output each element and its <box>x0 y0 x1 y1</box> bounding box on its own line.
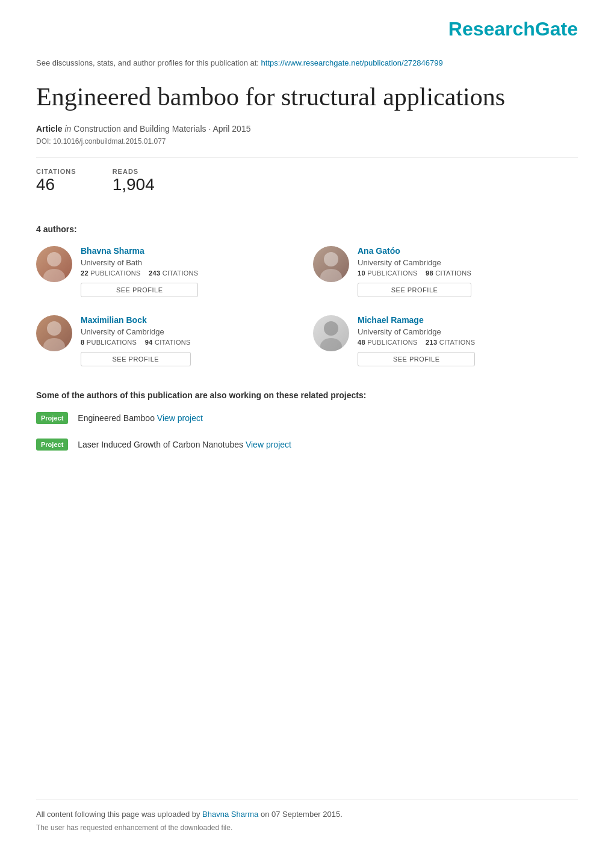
doi: DOI: 10.1016/j.conbuildmat.2015.01.077 <box>36 137 578 146</box>
see-profile-button-4[interactable]: SEE PROFILE <box>358 352 475 366</box>
divider-1 <box>36 158 578 158</box>
project-text-1: Engineered Bamboo View project <box>78 413 203 423</box>
author-stats-3: 8 PUBLICATIONS 94 CITATIONS <box>81 339 191 346</box>
footer-uploader-link[interactable]: Bhavna Sharma <box>202 810 258 819</box>
see-profile-button-1[interactable]: SEE PROFILE <box>81 283 198 297</box>
svg-point-0 <box>47 252 61 266</box>
author-info-1: Bhavna Sharma University of Bath 22 PUBL… <box>81 246 198 297</box>
author-stats-1: 22 PUBLICATIONS 243 CITATIONS <box>81 269 198 277</box>
author-info-2: Ana Gatóo University of Cambridge 10 PUB… <box>358 246 471 297</box>
see-profile-button-3[interactable]: SEE PROFILE <box>81 352 191 366</box>
svg-point-2 <box>324 252 338 266</box>
author-name-3[interactable]: Maximilian Bock <box>81 315 191 325</box>
page-title: Engineered bamboo for structural applica… <box>36 82 578 112</box>
author-info-4: Michael Ramage University of Cambridge 4… <box>358 315 475 366</box>
footer: All content following this page was uplo… <box>36 799 578 832</box>
avatar-3 <box>36 315 72 351</box>
avatar-2 <box>313 246 349 282</box>
footer-upload-text: All content following this page was uplo… <box>36 810 578 819</box>
discussions-line: See discussions, stats, and author profi… <box>36 58 578 67</box>
author-institution-2: University of Cambridge <box>358 258 471 267</box>
authors-heading: 4 authors: <box>36 224 578 234</box>
svg-point-4 <box>47 321 61 336</box>
project-badge-2: Project <box>36 439 68 451</box>
svg-point-6 <box>324 321 338 336</box>
authors-grid: Bhavna Sharma University of Bath 22 PUBL… <box>36 246 578 366</box>
author-name-4[interactable]: Michael Ramage <box>358 315 475 325</box>
logo: ResearchGate <box>448 18 578 40</box>
publication-link[interactable]: https://www.researchgate.net/publication… <box>261 58 443 67</box>
svg-point-5 <box>43 338 65 351</box>
reads-block: READS 1,904 <box>113 168 155 194</box>
avatar-4 <box>313 315 349 351</box>
article-meta: Article in Construction and Building Mat… <box>36 124 578 134</box>
project-item-2: Project Laser Induced Growth of Carbon N… <box>36 439 578 451</box>
svg-point-3 <box>320 269 342 282</box>
project-badge-1: Project <box>36 412 68 424</box>
project-item-1: Project Engineered Bamboo View project <box>36 412 578 424</box>
svg-point-7 <box>320 338 342 351</box>
author-info-3: Maximilian Bock University of Cambridge … <box>81 315 191 366</box>
svg-point-1 <box>43 269 65 282</box>
author-card-4: Michael Ramage University of Cambridge 4… <box>313 315 578 366</box>
citations-block: CITATIONS 46 <box>36 168 76 194</box>
author-institution-1: University of Bath <box>81 258 198 267</box>
related-projects-heading: Some of the authors of this publication … <box>36 390 578 400</box>
author-stats-4: 48 PUBLICATIONS 213 CITATIONS <box>358 339 475 346</box>
see-profile-button-2[interactable]: SEE PROFILE <box>358 283 471 297</box>
author-institution-4: University of Cambridge <box>358 327 475 336</box>
author-card-1: Bhavna Sharma University of Bath 22 PUBL… <box>36 246 301 297</box>
author-card-2: Ana Gatóo University of Cambridge 10 PUB… <box>313 246 578 297</box>
stats-row: CITATIONS 46 READS 1,904 <box>36 168 578 206</box>
footer-subtext: The user has requested enhancement of th… <box>36 823 578 832</box>
project-text-2: Laser Induced Growth of Carbon Nanotubes… <box>78 440 291 449</box>
project-link-2[interactable]: View project <box>246 440 291 449</box>
author-name-1[interactable]: Bhavna Sharma <box>81 246 198 256</box>
header: ResearchGate <box>36 18 578 40</box>
author-stats-2: 10 PUBLICATIONS 98 CITATIONS <box>358 269 471 277</box>
author-name-2[interactable]: Ana Gatóo <box>358 246 471 256</box>
avatar-1 <box>36 246 72 282</box>
project-link-1[interactable]: View project <box>157 413 203 423</box>
author-institution-3: University of Cambridge <box>81 327 191 336</box>
author-card-3: Maximilian Bock University of Cambridge … <box>36 315 301 366</box>
